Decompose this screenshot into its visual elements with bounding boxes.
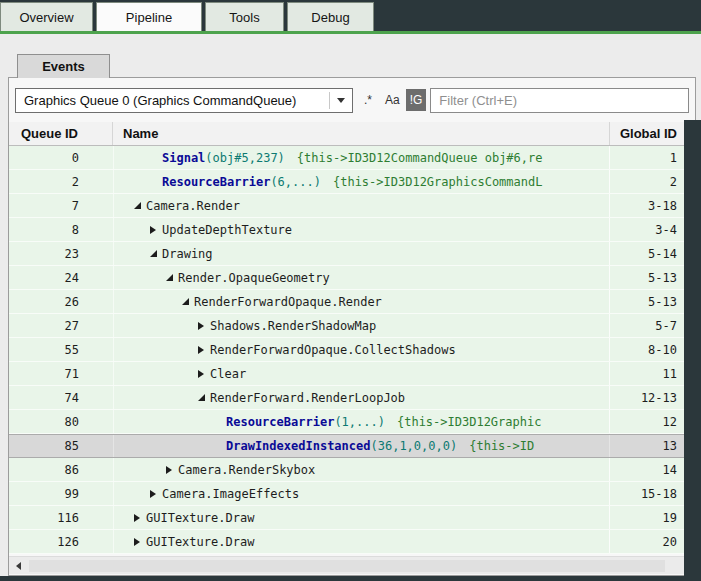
global-id-cell: 2 (609, 170, 685, 193)
event-row[interactable]: 0 Signal (obj#5,237) {this->ID3D12Comman… (9, 146, 685, 170)
match-case-toggle-button[interactable]: Aa (383, 89, 402, 111)
horizontal-scrollbar[interactable] (9, 556, 685, 574)
event-row[interactable]: 116 GUITexture.Draw 19 (9, 506, 685, 530)
scroll-left-button[interactable] (9, 557, 27, 575)
event-row[interactable]: 80 ResourceBarrier (1,...) {this->ID3D12… (9, 410, 685, 434)
events-tab[interactable]: Events (17, 54, 110, 78)
header-name[interactable]: Name (113, 122, 609, 145)
indent-spacer (114, 349, 194, 350)
indent-spacer (114, 205, 130, 206)
indent-spacer (114, 277, 162, 278)
pipeline-page: Events Graphics Queue 0 (Graphics Comman… (0, 34, 701, 576)
name-cell: RenderForwardOpaque.Render (113, 290, 609, 313)
tab-pipeline[interactable]: Pipeline (96, 2, 202, 31)
glob-toggle-button[interactable]: !G (406, 89, 427, 111)
event-name-label: Drawing (162, 247, 213, 261)
queue-id-cell: 86 (9, 458, 113, 481)
collapsed-arrow-icon[interactable] (194, 346, 208, 354)
indent-spacer (114, 325, 194, 326)
event-row[interactable]: 8 UpdateDepthTexture 3-4 (9, 218, 685, 242)
event-row[interactable]: 24 Render.OpaqueGeometry 5-13 (9, 266, 685, 290)
queue-dropdown[interactable]: Graphics Queue 0 (Graphics CommandQueue) (15, 88, 353, 113)
event-name-label: RenderForwardOpaque.Render (194, 295, 382, 309)
queue-id-cell: 24 (9, 266, 113, 289)
event-name-label: Camera.RenderSkybox (178, 463, 315, 477)
name-cell: Drawing (113, 242, 609, 265)
event-row[interactable]: 23 Drawing 5-14 (9, 242, 685, 266)
events-toolbar: Graphics Queue 0 (Graphics CommandQueue)… (15, 87, 689, 113)
api-args-label: (obj#5,237) (205, 151, 284, 165)
expanded-arrow-icon[interactable] (178, 298, 192, 305)
event-name-label: UpdateDepthTexture (162, 223, 292, 237)
api-detail-label: {this->ID3D12GraphicsCommandL (333, 175, 543, 189)
regex-toggle-button[interactable]: .* (359, 89, 377, 111)
name-cell: RenderForwardOpaque.CollectShadows (113, 338, 609, 361)
global-id-cell: 12 (609, 410, 685, 433)
name-cell: Clear (113, 362, 609, 385)
api-args-label: (36,1,0,0,0) (371, 439, 458, 453)
queue-id-cell: 85 (9, 435, 113, 457)
event-rows: 0 Signal (obj#5,237) {this->ID3D12Comman… (9, 146, 685, 554)
queue-id-cell: 55 (9, 338, 113, 361)
expanded-arrow-icon[interactable] (130, 202, 144, 209)
collapsed-arrow-icon[interactable] (194, 322, 208, 330)
event-row[interactable]: 7 Camera.Render 3-18 (9, 194, 685, 218)
collapsed-arrow-icon[interactable] (146, 226, 160, 234)
header-global-id[interactable]: Global ID (609, 122, 685, 145)
scrollbar-thumb[interactable] (29, 560, 665, 572)
event-name-label: Camera.ImageEffects (162, 487, 299, 501)
collapsed-arrow-icon[interactable] (194, 370, 208, 378)
queue-id-cell: 26 (9, 290, 113, 313)
filter-input[interactable] (430, 88, 689, 113)
left-arrow-icon (16, 562, 21, 570)
event-name-label: GUITexture.Draw (146, 511, 254, 525)
name-cell: Camera.ImageEffects (113, 482, 609, 505)
name-cell: GUITexture.Draw (113, 506, 609, 529)
event-name-label: RenderForward.RenderLoopJob (210, 391, 405, 405)
tab-debug[interactable]: Debug (287, 2, 374, 31)
api-args-label: (1,...) (334, 415, 385, 429)
global-id-cell: 5-13 (609, 290, 685, 313)
global-id-cell: 13 (609, 435, 685, 457)
api-detail-label: {this->ID (469, 439, 534, 453)
indent-spacer (114, 301, 178, 302)
indent-spacer (114, 421, 210, 422)
global-id-cell: 1 (609, 146, 685, 169)
event-row[interactable]: 99 Camera.ImageEffects 15-18 (9, 482, 685, 506)
indent-spacer (114, 541, 130, 542)
api-function-label: DrawIndexedInstanced (226, 439, 371, 453)
vertical-scrollbar[interactable] (684, 120, 701, 581)
collapsed-arrow-icon[interactable] (162, 466, 176, 474)
event-row[interactable]: 2 ResourceBarrier (6,...) {this->ID3D12G… (9, 170, 685, 194)
expanded-arrow-icon[interactable] (162, 274, 176, 281)
event-row[interactable]: 26 RenderForwardOpaque.Render 5-13 (9, 290, 685, 314)
tab-overview[interactable]: Overview (0, 2, 93, 31)
event-row[interactable]: 86 Camera.RenderSkybox 14 (9, 458, 685, 482)
global-id-cell: 11 (609, 362, 685, 385)
api-function-label: ResourceBarrier (226, 415, 334, 429)
event-row[interactable]: 55 RenderForwardOpaque.CollectShadows 8-… (9, 338, 685, 362)
chevron-down-icon (330, 98, 352, 103)
expanded-arrow-icon[interactable] (146, 250, 160, 257)
indent-spacer (114, 253, 146, 254)
queue-id-cell: 71 (9, 362, 113, 385)
name-cell: GUITexture.Draw (113, 530, 609, 553)
collapsed-arrow-icon[interactable] (130, 538, 144, 546)
collapsed-arrow-icon[interactable] (146, 490, 160, 498)
header-queue-id[interactable]: Queue ID (9, 122, 113, 145)
tab-tools[interactable]: Tools (205, 2, 284, 31)
event-row[interactable]: 71 Clear 11 (9, 362, 685, 386)
name-cell: ResourceBarrier (6,...) {this->ID3D12Gra… (113, 170, 609, 193)
collapsed-arrow-icon[interactable] (130, 514, 144, 522)
event-row[interactable]: 126 GUITexture.Draw 20 (9, 530, 685, 554)
indent-spacer (114, 181, 146, 182)
queue-id-cell: 0 (9, 146, 113, 169)
event-row[interactable]: 74 RenderForward.RenderLoopJob 12-13 (9, 386, 685, 410)
queue-id-cell: 27 (9, 314, 113, 337)
event-row[interactable]: 27 Shadows.RenderShadowMap 5-7 (9, 314, 685, 338)
event-name-label: RenderForwardOpaque.CollectShadows (210, 343, 456, 357)
expanded-arrow-icon[interactable] (194, 394, 208, 401)
event-row[interactable]: 85 DrawIndexedInstanced (36,1,0,0,0) {th… (9, 434, 685, 458)
event-name-label: Shadows.RenderShadowMap (210, 319, 376, 333)
top-tab-bar: Overview Pipeline Tools Debug (0, 0, 701, 31)
